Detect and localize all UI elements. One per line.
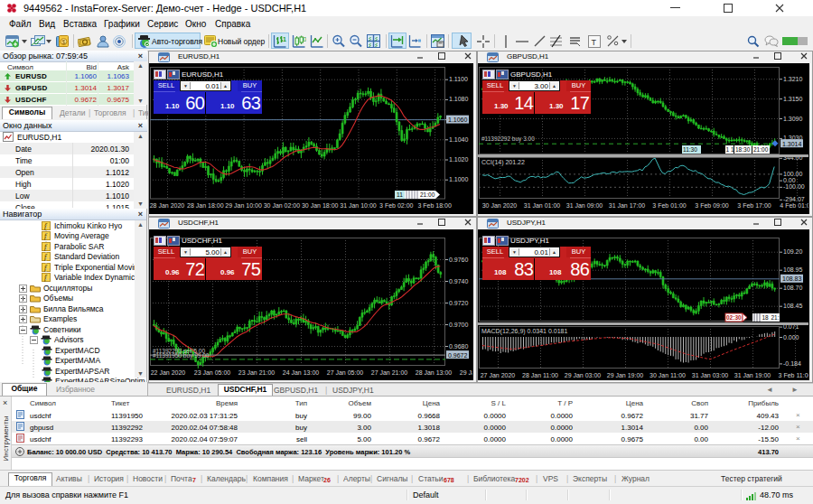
svg-text:28 Jan 18:00: 28 Jan 18:00: [187, 202, 224, 209]
svg-text:0.000: 0.000: [783, 334, 799, 341]
svg-text:29 Jan 19:00: 29 Jan 19:00: [607, 372, 644, 378]
svg-text:#11392292 buy 3.00: #11392292 buy 3.00: [481, 135, 535, 143]
svg-text:29 Jan 10:00: 29 Jan 10:00: [225, 202, 262, 209]
svg-text:3 Feb 11:00: 3 Feb 11:00: [779, 372, 808, 378]
svg-text:0: 0: [304, 36, 307, 42]
svg-text:0.9740: 0.9740: [449, 278, 469, 285]
svg-text:21:: 21:: [771, 314, 780, 321]
svg-text:28 Jan 2020: 28 Jan 2020: [150, 202, 185, 209]
svg-text:0.00: 0.00: [783, 177, 796, 183]
svg-text:-0.184: -0.184: [783, 360, 801, 367]
svg-text:1 1: 1 1: [726, 146, 734, 153]
svg-text:108.70: 108.70: [783, 285, 803, 291]
svg-text:1.3090: 1.3090: [783, 116, 803, 122]
svg-text:1.3150: 1.3150: [783, 96, 803, 102]
svg-text:108.95: 108.95: [783, 266, 803, 273]
svg-text:0.9720: 0.9720: [449, 300, 469, 306]
svg-text:100.00: 100.00: [783, 171, 803, 177]
svg-text:31 Jan 09:00: 31 Jan 09:00: [566, 202, 603, 209]
svg-text:31 Jan 19:00: 31 Jan 19:00: [734, 372, 771, 378]
svg-text:0.9680: 0.9680: [449, 343, 469, 350]
svg-text:1.1100: 1.1100: [449, 76, 468, 82]
svg-text:23 Jan 05:00: 23 Jan 05:00: [194, 369, 231, 376]
svg-text:-100.00: -100.00: [783, 183, 805, 190]
svg-text:1.3014: 1.3014: [782, 141, 802, 147]
svg-text:29 Jan 03:00: 29 Jan 03:00: [565, 372, 602, 378]
svg-text:CCI(14) 201.22: CCI(14) 201.22: [481, 159, 525, 166]
svg-text:T: T: [592, 38, 597, 47]
svg-text:0.9700: 0.9700: [449, 322, 469, 328]
svg-text:18: 18: [762, 314, 770, 321]
svg-text:30 Jan 2020: 30 Jan 2020: [482, 202, 518, 209]
svg-text:23 Jan 21:00: 23 Jan 21:00: [238, 369, 276, 376]
svg-text:$: $: [62, 39, 66, 45]
svg-text:21:00: 21:00: [753, 146, 769, 153]
svg-text:21:00: 21:00: [420, 191, 435, 198]
svg-text:30 Jan 11:00: 30 Jan 11:00: [649, 372, 686, 378]
svg-text:1.3210: 1.3210: [783, 76, 803, 82]
svg-text:11:30: 11:30: [683, 146, 697, 153]
svg-text:28 Jan 11:00: 28 Jan 11:00: [522, 372, 558, 378]
svg-text:0.9760: 0.9760: [449, 257, 469, 263]
svg-text:108.83: 108.83: [782, 275, 802, 282]
svg-text:3 Feb 09:00: 3 Feb 09:00: [695, 202, 728, 209]
svg-text:11: 11: [397, 191, 403, 198]
svg-text:0.9672: 0.9672: [448, 352, 468, 359]
svg-text:31 Jan 17:00: 31 Jan 17:00: [609, 202, 646, 209]
svg-text:31 Jan 03:00: 31 Jan 03:00: [692, 372, 729, 378]
svg-text:30 Jan 18:00: 30 Jan 18:00: [302, 202, 339, 209]
svg-text:1.1020: 1.1020: [449, 156, 469, 163]
svg-text:1.1060: 1.1060: [448, 117, 468, 123]
svg-text:27 Jan 2020: 27 Jan 2020: [481, 372, 516, 378]
svg-text:3 Feb 18:00: 3 Feb 18:00: [417, 202, 451, 209]
svg-text:31 Jan 10:00: 31 Jan 10:00: [340, 202, 377, 209]
svg-text:22 Jan 2020: 22 Jan 2020: [151, 369, 186, 376]
svg-text:18:30: 18:30: [735, 146, 751, 153]
svg-text:3 Feb 02:00: 3 Feb 02:00: [379, 202, 413, 209]
svg-text:28 Jan 13:00: 28 Jan 13:00: [416, 369, 453, 376]
svg-text:27 Jan 05:00: 27 Jan 05:00: [327, 369, 364, 376]
svg-text:30 Jan 02:00: 30 Jan 02:00: [264, 202, 301, 209]
svg-text:108.45: 108.45: [783, 303, 803, 309]
svg-text:24 Jan 13:00: 24 Jan 13:00: [283, 369, 320, 376]
svg-text:MACD(12,26,9) 0.0341 0.0181: MACD(12,26,9) 0.0341 0.0181: [481, 328, 567, 335]
svg-text:1.1000: 1.1000: [449, 176, 469, 182]
svg-text:27 Jan 21:00: 27 Jan 21:00: [371, 369, 408, 376]
svg-text:1.1080: 1.1080: [449, 96, 469, 102]
svg-text:3 Feb 01:00: 3 Feb 01:00: [652, 202, 686, 209]
svg-text:#11391950 buy 99.00: #11391950 buy 99.00: [153, 352, 210, 359]
svg-text:109.20: 109.20: [783, 248, 803, 255]
svg-text:4 Feb 01:00: 4 Feb 01:00: [780, 202, 808, 209]
svg-text:1.1040: 1.1040: [449, 136, 469, 143]
svg-text:29 Jan 05:00: 29 Jan 05:00: [460, 369, 472, 376]
svg-text:31 Jan 01:00: 31 Jan 01:00: [524, 202, 561, 209]
svg-text:3 Feb 17:00: 3 Feb 17:00: [737, 202, 771, 209]
svg-text:02:30: 02:30: [726, 314, 742, 321]
svg-text:1: 1: [283, 36, 286, 42]
